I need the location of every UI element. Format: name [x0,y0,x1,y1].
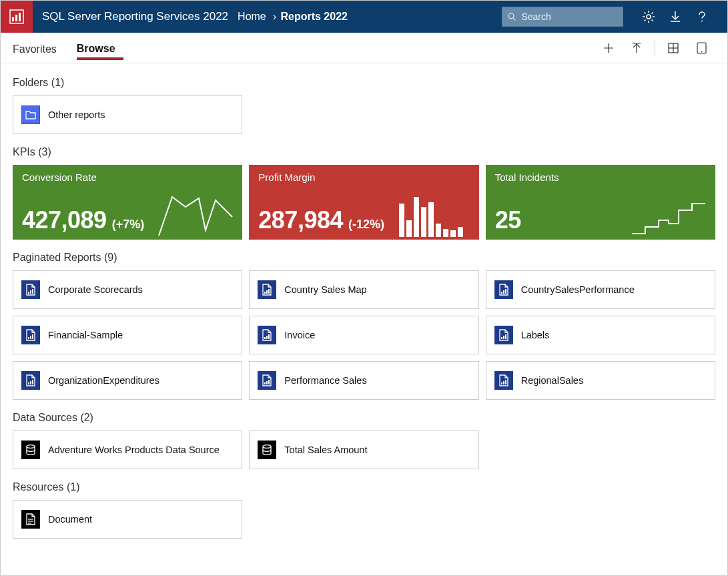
document-icon [21,510,40,529]
report-icon [494,326,513,344]
svg-rect-41 [30,381,31,384]
svg-rect-16 [421,207,426,237]
folder-tile[interactable]: Other reports [13,95,242,134]
svg-rect-37 [501,337,502,339]
breadcrumb-home[interactable]: Home [238,11,269,23]
app-title: SQL Server Reporting Services 2022 [33,10,238,23]
upload-button[interactable] [623,33,651,63]
report-icon [258,326,276,344]
kpi-title: Conversion Rate [22,172,233,183]
breadcrumb: Home › Reports 2022 [238,10,348,23]
item-label: Invoice [284,330,315,340]
svg-rect-18 [436,224,441,237]
search-input[interactable] [520,11,617,23]
section-title-folders: Folders (1) [13,77,715,89]
list-item[interactable]: Adventure Works Products Data Source [13,430,242,469]
header-actions [635,1,727,33]
svg-rect-47 [503,381,504,384]
kpi-tile-conversion-rate[interactable]: Conversion Rate 427,089 (+7%) [13,165,242,240]
breadcrumb-current: Reports 2022 [280,11,348,23]
search-icon [508,12,516,21]
database-icon [258,441,276,459]
toolbar-divider [655,40,655,56]
list-item[interactable]: RegionalSales [486,361,715,400]
section-title-paginated: Paginated Reports (9) [13,252,715,264]
kpi-value: 427,089 [22,206,107,234]
svg-line-5 [513,18,515,20]
item-label: Total Sales Amount [284,445,367,455]
datasources-grid: Adventure Works Products Data SourceTota… [13,430,715,469]
view-tiles-button[interactable] [659,33,687,63]
kpi-value: 287,984 [258,206,343,234]
folders-grid: Other reports [13,95,715,134]
tab-favorites[interactable]: Favorites [13,37,65,59]
list-item[interactable]: OrganizationExpenditures [13,361,242,400]
svg-rect-38 [503,336,504,339]
svg-rect-21 [458,227,463,237]
svg-rect-26 [266,290,268,294]
report-icon [21,326,40,344]
item-label: Labels [521,330,550,340]
help-icon [695,10,709,23]
settings-button[interactable] [635,1,662,33]
report-icon [494,280,513,299]
tab-browse[interactable]: Browse [77,36,123,60]
step-chart-icon [629,197,709,237]
plus-icon [603,42,615,54]
svg-rect-3 [19,13,21,21]
list-item[interactable]: Corporate Scorecards [13,270,242,309]
new-button[interactable] [595,33,623,63]
list-item[interactable]: Performance Sales [249,361,478,400]
kpi-value-row: 287,984 (-12%) [258,206,384,234]
section-title-datasources: Data Sources (2) [13,412,715,424]
kpi-title: Total Incidents [495,172,706,183]
svg-rect-35 [266,336,268,339]
report-icon [21,371,40,390]
help-button[interactable] [689,1,715,33]
svg-point-49 [27,445,35,449]
list-item[interactable]: Invoice [249,316,478,354]
gear-icon [642,10,655,23]
item-label: Document [48,514,92,525]
svg-rect-14 [406,220,412,237]
svg-rect-19 [443,229,448,237]
content: Folders (1) Other reports KPIs (3) Conve… [1,63,727,567]
search-box[interactable] [502,7,623,27]
kpi-value: 25 [495,206,521,234]
report-icon [21,280,40,299]
svg-point-6 [647,15,651,19]
svg-point-7 [701,21,703,22]
view-details-button[interactable] [687,33,715,63]
svg-point-4 [508,13,514,19]
list-item[interactable]: Financial-Sample [13,316,242,354]
item-label: Financial-Sample [48,330,123,340]
svg-rect-25 [264,292,266,294]
list-item[interactable]: Total Sales Amount [249,430,478,469]
svg-point-50 [263,445,271,449]
download-icon [669,10,682,23]
grid-icon [667,42,679,54]
report-icon [494,371,513,390]
svg-rect-36 [268,334,270,339]
tabs-row: Favorites Browse [1,33,727,63]
svg-rect-45 [268,380,270,384]
svg-rect-29 [503,290,504,294]
svg-rect-17 [428,202,434,237]
folder-icon [21,105,40,124]
item-label: OrganizationExpenditures [48,375,159,386]
app-logo[interactable] [1,1,33,33]
download-button[interactable] [662,1,689,33]
list-item[interactable]: Labels [486,316,715,354]
svg-rect-27 [268,289,270,294]
svg-rect-44 [266,381,268,384]
item-label: CountrySalesPerformance [521,284,635,295]
tablet-icon [696,41,707,55]
kpi-tile-profit-margin[interactable]: Profit Margin 287,984 (-12%) [249,165,478,240]
chevron-right-icon: › [269,10,281,23]
item-label: Adventure Works Products Data Source [48,445,220,455]
list-item[interactable]: Country Sales Map [249,270,478,309]
kpi-tile-total-incidents[interactable]: Total Incidents 25 [486,165,715,240]
list-item[interactable]: CountrySalesPerformance [486,270,715,309]
paginated-reports-grid: Corporate ScorecardsCountry Sales MapCou… [13,270,715,400]
list-item[interactable]: Document [13,500,242,539]
